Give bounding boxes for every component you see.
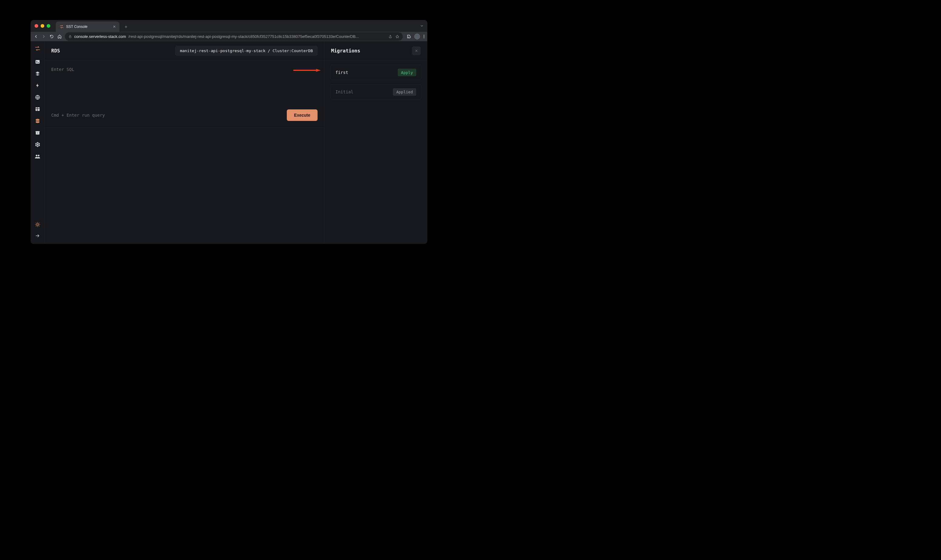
share-icon[interactable] [389, 35, 392, 38]
collapse-sidebar-button[interactable] [35, 233, 41, 239]
sidebar-item-graphql[interactable] [35, 142, 41, 148]
svg-point-20 [37, 224, 39, 225]
sidebar-item-cognito[interactable] [35, 153, 41, 159]
browser-tab[interactable]: SST Console ✕ [56, 22, 119, 32]
sst-favicon-icon [59, 25, 64, 29]
sidebar-item-rds[interactable] [35, 118, 41, 124]
page-title: RDS [51, 48, 60, 54]
sidebar [31, 41, 45, 244]
minimize-window-button[interactable] [41, 24, 44, 28]
svg-rect-10 [35, 131, 40, 132]
sidebar-item-terminal[interactable] [35, 59, 41, 65]
migrations-header: Migrations [324, 41, 427, 60]
bookmark-icon[interactable] [396, 35, 399, 38]
svg-point-16 [35, 145, 36, 146]
migrations-panel: Migrations first Apply Initial Applied [324, 41, 427, 244]
migration-name: first [336, 70, 348, 75]
traffic-lights [34, 20, 50, 32]
execute-button[interactable]: Execute [287, 109, 318, 121]
svg-point-18 [36, 155, 37, 156]
sidebar-item-api[interactable] [35, 94, 41, 100]
migrations-list: first Apply Initial Applied [324, 60, 427, 104]
migrations-title: Migrations [331, 48, 360, 54]
svg-point-15 [39, 143, 40, 144]
sidebar-item-functions[interactable] [35, 82, 41, 88]
page-header: RDS manitej-rest-api-postgresql-my-stack… [45, 41, 324, 60]
svg-rect-11 [37, 133, 38, 133]
sidebar-item-buckets[interactable] [35, 130, 41, 136]
svg-point-1 [424, 35, 424, 35]
svg-point-2 [424, 36, 424, 37]
theme-toggle-button[interactable] [35, 222, 41, 228]
back-button[interactable] [33, 34, 39, 39]
sst-logo-icon[interactable] [35, 45, 41, 52]
address-bar[interactable]: console.serverless-stack.com/rest-api-po… [65, 32, 403, 41]
main-panel: RDS manitej-rest-api-postgresql-my-stack… [45, 41, 324, 244]
svg-point-13 [37, 146, 38, 147]
migration-item: Initial Applied [330, 85, 421, 100]
migration-status-badge: Applied [393, 88, 416, 96]
home-button[interactable] [57, 34, 62, 39]
apply-migration-button[interactable]: Apply [398, 68, 416, 76]
tabs-dropdown-icon[interactable] [420, 24, 424, 28]
close-migrations-button[interactable] [412, 46, 421, 55]
app-root: RDS manitej-rest-api-postgresql-my-stack… [31, 41, 427, 244]
sidebar-item-tables[interactable] [35, 106, 41, 112]
new-tab-button[interactable]: ＋ [121, 22, 130, 31]
query-hint: Cmd + Enter run query [51, 113, 105, 118]
close-tab-icon[interactable]: ✕ [113, 25, 116, 29]
svg-point-17 [39, 145, 40, 146]
extensions-icon[interactable] [407, 35, 411, 38]
sidebar-item-stacks[interactable] [35, 71, 41, 77]
url-path: /rest-api-postgresql/manitej/rds/manitej… [129, 34, 359, 39]
migration-name: Initial [336, 89, 353, 95]
lock-icon [69, 35, 72, 38]
svg-rect-4 [35, 60, 40, 64]
tab-title: SST Console [66, 25, 87, 29]
query-area: Cmd + Enter run query Execute [45, 60, 324, 128]
menu-icon[interactable] [424, 35, 425, 38]
reload-button[interactable] [49, 34, 54, 39]
migration-item: first Apply [330, 65, 421, 80]
browser-toolbar: console.serverless-stack.com/rest-api-po… [31, 32, 427, 41]
sql-input[interactable] [45, 60, 324, 109]
svg-point-19 [38, 155, 39, 156]
forward-button[interactable] [41, 34, 46, 39]
browser-window: SST Console ✕ ＋ console.serverless-stack… [31, 20, 427, 244]
svg-rect-0 [69, 36, 71, 38]
profile-avatar[interactable] [414, 34, 420, 39]
svg-point-14 [35, 143, 36, 144]
maximize-window-button[interactable] [47, 24, 50, 28]
close-window-button[interactable] [35, 24, 38, 28]
tab-strip: SST Console ✕ ＋ [31, 20, 427, 32]
url-host: console.serverless-stack.com [74, 34, 126, 39]
svg-point-12 [37, 142, 38, 143]
context-pill[interactable]: manitej-rest-api-postgresql-my-stack / C… [175, 46, 317, 55]
svg-point-3 [424, 38, 424, 38]
